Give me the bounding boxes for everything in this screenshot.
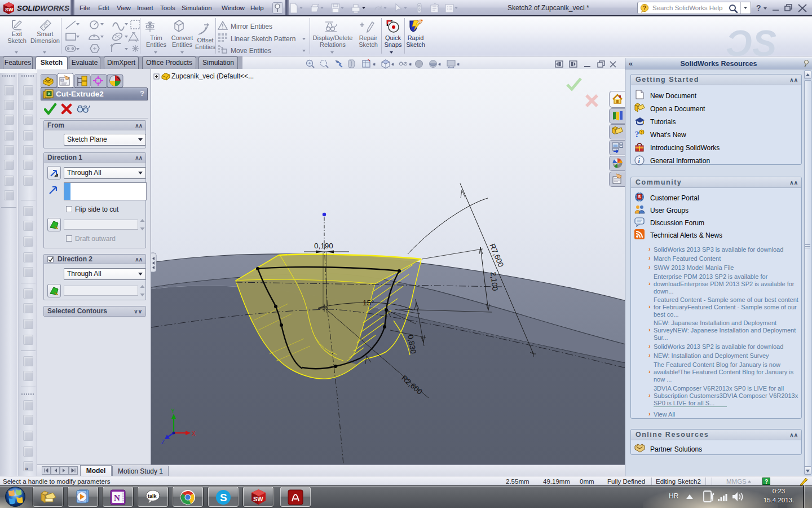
- svg-text:N: N: [114, 493, 120, 502]
- svg-text:?: ?: [643, 5, 646, 11]
- svg-text:Y: Y: [171, 408, 175, 414]
- svg-text:Z: Z: [161, 439, 165, 445]
- svg-text:SW: SW: [5, 7, 14, 12]
- svg-text:S: S: [638, 195, 641, 199]
- svg-text:X: X: [192, 431, 196, 437]
- svg-text:?: ?: [635, 130, 639, 139]
- svg-text:Zupcanik_veci (Default<<...: Zupcanik_veci (Default<<...: [171, 72, 254, 80]
- svg-text:talk: talk: [148, 493, 157, 499]
- svg-text:0,190: 0,190: [314, 242, 333, 250]
- svg-text:S: S: [220, 492, 227, 503]
- svg-text:15°: 15°: [363, 299, 374, 307]
- svg-text:SW: SW: [253, 496, 263, 502]
